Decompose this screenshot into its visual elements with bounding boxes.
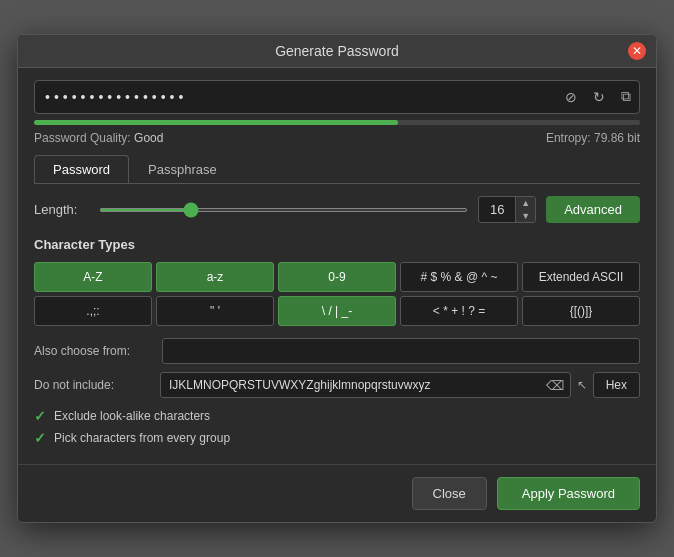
also-choose-row: Also choose from: xyxy=(34,338,640,364)
advanced-button[interactable]: Advanced xyxy=(546,196,640,223)
copy-button[interactable]: ⧉ xyxy=(613,82,639,111)
do-not-include-input[interactable]: IJKLMNOPQRSTUVWXYZghijklmnopqrstuvwxyz xyxy=(161,373,540,397)
eye-slash-icon: ⊘ xyxy=(565,89,577,105)
hex-button[interactable]: Hex xyxy=(593,372,640,398)
char-btn-digits[interactable]: 0-9 xyxy=(278,262,396,292)
regenerate-button[interactable]: ↻ xyxy=(585,83,613,111)
length-value: 16 xyxy=(479,198,515,221)
clear-do-not-include-button[interactable]: ⌫ xyxy=(540,374,570,397)
char-btn-math[interactable]: < * + ! ? = xyxy=(400,296,518,326)
dialog-title: Generate Password xyxy=(275,43,399,59)
pick-every-group-row: ✓ Pick characters from every group xyxy=(34,430,640,446)
apply-password-button[interactable]: Apply Password xyxy=(497,477,640,510)
spinner-arrows: ▲ ▼ xyxy=(515,197,535,223)
password-input-row: ⊘ ↻ ⧉ xyxy=(34,80,640,114)
pick-every-group-label: Pick characters from every group xyxy=(54,431,230,445)
window-close-button[interactable]: ✕ xyxy=(628,42,646,60)
length-row: Length: 16 ▲ ▼ Advanced xyxy=(34,196,640,224)
char-types-title: Character Types xyxy=(34,237,640,252)
char-btn-punct1[interactable]: .,;: xyxy=(34,296,152,326)
tabs: Password Passphrase xyxy=(34,155,640,184)
char-types-grid: A-Z a-z 0-9 # $ % & @ ^ ~ Extended ASCII… xyxy=(34,262,640,326)
password-input[interactable] xyxy=(35,81,557,113)
pick-every-group-check: ✓ xyxy=(34,430,46,446)
char-btn-extended[interactable]: Extended ASCII xyxy=(522,262,640,292)
char-btn-quotes[interactable]: " ' xyxy=(156,296,274,326)
exclude-lookalike-label: Exclude look-alike characters xyxy=(54,409,210,423)
length-decrement[interactable]: ▼ xyxy=(516,210,535,223)
length-spinner: 16 ▲ ▼ xyxy=(478,196,536,224)
char-btn-special1[interactable]: # $ % & @ ^ ~ xyxy=(400,262,518,292)
char-btn-az-upper[interactable]: A-Z xyxy=(34,262,152,292)
length-slider[interactable] xyxy=(99,208,468,212)
char-btn-brackets[interactable]: {[()]} xyxy=(522,296,640,326)
tab-passphrase[interactable]: Passphrase xyxy=(129,155,236,183)
exclude-lookalike-check: ✓ xyxy=(34,408,46,424)
length-increment[interactable]: ▲ xyxy=(516,197,535,210)
dialog-body: ⊘ ↻ ⧉ Password Quality: Good Entropy: 79… xyxy=(18,68,656,465)
quality-entropy-row: Password Quality: Good Entropy: 79.86 bi… xyxy=(34,131,640,145)
title-bar: Generate Password ✕ xyxy=(18,35,656,68)
char-btn-slash[interactable]: \ / | _- xyxy=(278,296,396,326)
also-choose-label: Also choose from: xyxy=(34,344,154,358)
dialog-footer: Close Apply Password xyxy=(18,464,656,522)
do-not-include-label: Do not include: xyxy=(34,378,154,392)
clear-icon: ⌫ xyxy=(546,378,564,393)
length-label: Length: xyxy=(34,202,89,217)
quality-label: Password Quality: Good xyxy=(34,131,163,145)
exclude-lookalike-row: ✓ Exclude look-alike characters xyxy=(34,408,640,424)
clipboard-icon: ⧉ xyxy=(621,88,631,104)
do-not-input-wrap: IJKLMNOPQRSTUVWXYZghijklmnopqrstuvwxyz ⌫ xyxy=(160,372,571,398)
char-btn-az-lower[interactable]: a-z xyxy=(156,262,274,292)
quality-bar-container xyxy=(34,120,640,125)
quality-value: Good xyxy=(134,131,163,145)
tab-password[interactable]: Password xyxy=(34,155,129,183)
entropy-info: Entropy: 79.86 bit xyxy=(546,131,640,145)
close-button[interactable]: Close xyxy=(412,477,487,510)
cursor-icon: ↖ xyxy=(577,378,587,392)
generate-password-dialog: Generate Password ✕ ⊘ ↻ ⧉ Password Quali… xyxy=(17,34,657,524)
toggle-visibility-button[interactable]: ⊘ xyxy=(557,83,585,111)
refresh-icon: ↻ xyxy=(593,89,605,105)
also-choose-input[interactable] xyxy=(162,338,640,364)
quality-bar xyxy=(34,120,398,125)
entropy-value: 79.86 bit xyxy=(594,131,640,145)
do-not-include-row: Do not include: IJKLMNOPQRSTUVWXYZghijkl… xyxy=(34,372,640,398)
